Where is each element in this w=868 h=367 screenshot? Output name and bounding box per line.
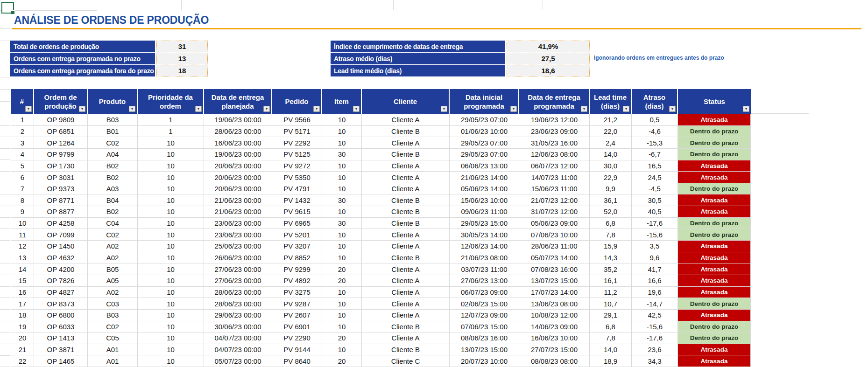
cell[interactable]: 10 bbox=[322, 344, 362, 355]
filter-dropdown-button[interactable]: ▾ bbox=[441, 106, 447, 112]
cell[interactable]: PV 5171 bbox=[272, 126, 322, 137]
cell[interactable]: 13/06/23 08:00 bbox=[519, 298, 590, 309]
cell[interactable]: Cliente A bbox=[362, 137, 450, 148]
cell[interactable]: 14/06/23 09:00 bbox=[519, 321, 590, 332]
cell[interactable]: PV 4791 bbox=[272, 183, 322, 194]
cell[interactable]: 4 bbox=[11, 149, 34, 160]
cell[interactable]: 16,5 bbox=[632, 160, 678, 172]
cell[interactable]: 20 bbox=[322, 332, 362, 344]
cell[interactable]: B01 bbox=[88, 126, 138, 137]
cell[interactable]: 2 bbox=[11, 126, 34, 137]
cell[interactable]: 16 bbox=[11, 287, 34, 298]
cell[interactable]: B02 bbox=[88, 206, 138, 217]
cell[interactable]: OP 6851 bbox=[34, 126, 88, 137]
cell[interactable]: 04/07/23 00:00 bbox=[204, 332, 272, 344]
status-cell[interactable]: Dentro do prazo bbox=[678, 332, 751, 344]
cell[interactable]: 9,6 bbox=[632, 252, 678, 263]
cell[interactable]: C05 bbox=[88, 332, 138, 344]
cell[interactable]: PV 9566 bbox=[272, 114, 322, 125]
filter-dropdown-button[interactable]: ▾ bbox=[195, 106, 202, 112]
cell[interactable]: 28/06/23 00:00 bbox=[204, 298, 272, 309]
cell[interactable]: Cliente B bbox=[362, 206, 450, 217]
cell[interactable]: Cliente A bbox=[362, 229, 450, 240]
cell[interactable]: PV 9615 bbox=[272, 206, 322, 217]
cell[interactable]: PV 2290 bbox=[272, 332, 322, 344]
filter-dropdown-button[interactable]: ▾ bbox=[353, 106, 360, 112]
cell[interactable]: Cliente A bbox=[362, 332, 450, 344]
cell[interactable]: PV 3207 bbox=[272, 241, 322, 252]
cell[interactable]: 7 bbox=[11, 183, 34, 194]
cell[interactable]: 10 bbox=[138, 321, 204, 332]
cell[interactable]: 10 bbox=[138, 275, 204, 286]
column-header-6[interactable]: Pedido▾ bbox=[272, 89, 322, 114]
status-cell[interactable]: Dentro do prazo bbox=[678, 298, 751, 309]
cell[interactable]: 10,7 bbox=[590, 298, 632, 309]
cell[interactable]: -6,7 bbox=[632, 149, 678, 160]
cell[interactable]: Cliente B bbox=[362, 252, 450, 263]
cell[interactable]: 19/06/23 00:00 bbox=[204, 149, 272, 160]
cell[interactable]: 14,0 bbox=[590, 149, 632, 160]
cell[interactable]: OP 9373 bbox=[34, 183, 88, 194]
cell[interactable]: 10 bbox=[138, 137, 204, 148]
status-cell[interactable]: Atrasada bbox=[678, 241, 751, 252]
cell[interactable]: OP 6800 bbox=[34, 310, 88, 321]
cell[interactable]: 16/06/23 10:00 bbox=[519, 332, 590, 344]
cell[interactable]: Cliente B bbox=[362, 321, 450, 332]
cell[interactable]: 28/06/23 11:00 bbox=[519, 241, 590, 252]
cell[interactable]: 52,0 bbox=[590, 206, 632, 217]
cell[interactable]: 0,5 bbox=[632, 114, 678, 125]
cell[interactable]: 05/07/23 14:00 bbox=[519, 252, 590, 263]
status-cell[interactable]: Atrasada bbox=[678, 252, 751, 263]
status-cell[interactable]: Atrasada bbox=[678, 263, 751, 275]
cell[interactable]: 07/08/23 16:00 bbox=[519, 263, 590, 275]
cell[interactable]: 10 bbox=[322, 241, 362, 252]
cell[interactable]: 10 bbox=[322, 172, 362, 183]
cell[interactable]: 27/06/23 00:00 bbox=[204, 263, 272, 275]
cell[interactable]: 14,3 bbox=[590, 252, 632, 263]
cell[interactable]: 10 bbox=[138, 263, 204, 275]
cell[interactable]: 03/07/23 11:00 bbox=[450, 263, 519, 275]
cell[interactable]: 14/07/23 11:00 bbox=[519, 172, 590, 183]
status-cell[interactable]: Dentro do prazo bbox=[678, 321, 751, 332]
cell[interactable]: A02 bbox=[88, 287, 138, 298]
summary-right-value[interactable]: 27,5 bbox=[507, 53, 590, 64]
cell[interactable]: 08/08/23 08:00 bbox=[519, 355, 590, 367]
filter-dropdown-button[interactable]: ▾ bbox=[581, 106, 587, 112]
filter-dropdown-button[interactable]: ▾ bbox=[129, 106, 135, 112]
cell[interactable]: 36,1 bbox=[590, 194, 632, 206]
cell[interactable]: PV 2292 bbox=[272, 137, 322, 148]
cell[interactable]: OP 3031 bbox=[34, 172, 88, 183]
cell[interactable]: 29/05/23 15:00 bbox=[450, 218, 519, 229]
cell[interactable]: 10 bbox=[138, 160, 204, 172]
cell[interactable]: 5 bbox=[11, 160, 34, 172]
cell[interactable]: PV 5201 bbox=[272, 229, 322, 240]
cell[interactable]: 01/06/23 10:00 bbox=[450, 126, 519, 137]
cell[interactable]: Cliente A bbox=[362, 310, 450, 321]
cell[interactable]: OP 9799 bbox=[34, 149, 88, 160]
cell[interactable]: 10 bbox=[138, 252, 204, 263]
cell[interactable]: 34,3 bbox=[632, 355, 678, 367]
cell[interactable]: 29/05/23 07:00 bbox=[450, 114, 519, 125]
cell[interactable]: 04/07/23 00:00 bbox=[204, 344, 272, 355]
cell[interactable]: Cliente B bbox=[362, 149, 450, 160]
cell[interactable]: -4,6 bbox=[632, 126, 678, 137]
cell[interactable]: 18,9 bbox=[590, 355, 632, 367]
cell[interactable]: PV 9287 bbox=[272, 298, 322, 309]
status-cell[interactable]: Dentro do prazo bbox=[678, 229, 751, 240]
cell[interactable]: OP 6033 bbox=[34, 321, 88, 332]
cell[interactable]: C02 bbox=[88, 321, 138, 332]
status-cell[interactable]: Dentro do prazo bbox=[678, 183, 751, 194]
selected-cell-indicator[interactable] bbox=[1, 2, 14, 14]
cell[interactable]: 21,2 bbox=[590, 114, 632, 125]
cell[interactable]: A02 bbox=[88, 241, 138, 252]
summary-left-value[interactable]: 18 bbox=[156, 65, 208, 76]
cell[interactable]: 20/06/23 00:00 bbox=[204, 183, 272, 194]
cell[interactable]: 14,0 bbox=[590, 344, 632, 355]
cell[interactable]: 10 bbox=[322, 252, 362, 263]
column-header-4[interactable]: Prioridade da ordem▾ bbox=[138, 89, 204, 114]
cell[interactable]: 05/06/23 14:00 bbox=[450, 183, 519, 194]
status-cell[interactable]: Atrasada bbox=[678, 160, 751, 172]
cell[interactable]: 10 bbox=[138, 344, 204, 355]
cell[interactable]: C03 bbox=[88, 298, 138, 309]
cell[interactable]: 30,0 bbox=[590, 160, 632, 172]
